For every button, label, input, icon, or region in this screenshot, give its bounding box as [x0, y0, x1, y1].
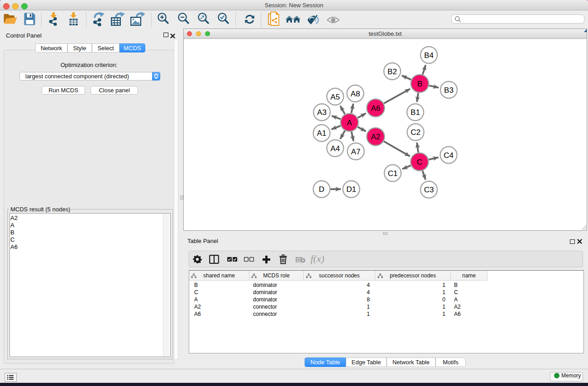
svg-text:A7: A7 [351, 148, 361, 156]
svg-text:C1: C1 [388, 169, 398, 178]
svg-text:A3: A3 [317, 108, 327, 117]
svg-text:B: B [417, 80, 422, 88]
svg-text:C4: C4 [444, 151, 454, 160]
svg-text:A: A [347, 119, 352, 127]
svg-text:B1: B1 [411, 108, 420, 117]
svg-text:A2: A2 [371, 133, 380, 141]
svg-text:B4: B4 [424, 51, 434, 60]
svg-text:A6: A6 [371, 104, 380, 113]
svg-text:C: C [417, 158, 422, 167]
svg-text:B3: B3 [444, 86, 454, 95]
svg-text:D: D [319, 185, 324, 194]
svg-text:C3: C3 [424, 186, 434, 194]
svg-text:A8: A8 [351, 90, 360, 98]
svg-text:A5: A5 [330, 93, 340, 101]
svg-text:B2: B2 [387, 67, 397, 76]
svg-text:D1: D1 [346, 185, 356, 194]
svg-text:A4: A4 [330, 144, 340, 153]
svg-text:A1: A1 [317, 129, 326, 138]
svg-text:C2: C2 [411, 128, 421, 137]
